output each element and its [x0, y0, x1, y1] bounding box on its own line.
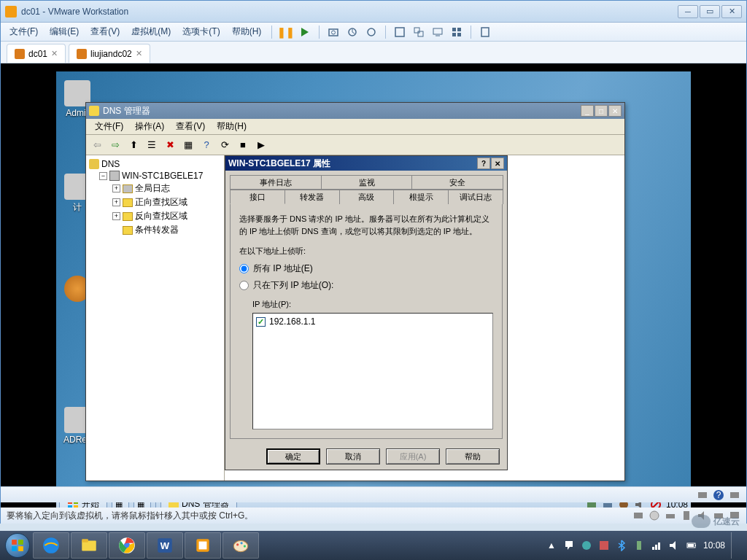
- library-icon[interactable]: [477, 24, 493, 40]
- show-desktop-button[interactable]: [731, 532, 737, 559]
- stop-icon[interactable]: ■: [235, 137, 251, 153]
- radio-all-ip[interactable]: 所有 IP 地址(E): [239, 262, 493, 275]
- close-button[interactable]: ✕: [608, 105, 622, 117]
- apply-button[interactable]: 应用(A): [386, 448, 440, 464]
- help-icon[interactable]: ?: [198, 137, 214, 153]
- menu-view[interactable]: 查看(V): [170, 119, 211, 134]
- tab-interfaces[interactable]: 接口: [230, 190, 285, 204]
- usb-icon[interactable]: [633, 540, 645, 551]
- radio-all-input[interactable]: [239, 264, 249, 273]
- minimize-button[interactable]: _: [581, 105, 594, 117]
- host-start-button[interactable]: [3, 531, 32, 560]
- snapshot-icon[interactable]: [325, 24, 341, 40]
- vm-tab-liujiandc02[interactable]: liujiandc02 ✕: [69, 44, 150, 63]
- device-usb-icon[interactable]: [681, 510, 692, 521]
- menu-help[interactable]: 帮助(H): [226, 23, 268, 41]
- pause-icon[interactable]: ❚❚: [278, 24, 294, 40]
- battery-icon[interactable]: [686, 540, 697, 551]
- device-hdd-icon[interactable]: [632, 510, 644, 521]
- radio-only-ip[interactable]: 只在下列 IP 地址(O):: [239, 279, 493, 292]
- fullscreen-icon[interactable]: [392, 24, 408, 40]
- bluetooth-icon[interactable]: [616, 540, 627, 551]
- forward-icon[interactable]: ⇨: [107, 137, 123, 153]
- volume-icon[interactable]: [668, 540, 680, 551]
- taskbar-paint[interactable]: [222, 532, 259, 559]
- tab-event-log[interactable]: 事件日志: [230, 175, 322, 190]
- play-icon[interactable]: [297, 24, 313, 40]
- close-icon[interactable]: ✕: [136, 49, 142, 58]
- properties-icon[interactable]: ▦: [180, 137, 196, 153]
- menu-file[interactable]: 文件(F): [89, 119, 129, 134]
- tab-security[interactable]: 安全: [411, 175, 503, 190]
- taskbar-explorer[interactable]: [71, 532, 107, 559]
- refresh-icon[interactable]: ⟳: [217, 137, 233, 153]
- help-icon[interactable]: ?: [713, 489, 724, 501]
- console-icon[interactable]: [430, 24, 446, 40]
- taskbar-ie[interactable]: [33, 532, 69, 559]
- device-cd-icon[interactable]: [649, 510, 660, 521]
- play-icon[interactable]: ▶: [253, 137, 269, 153]
- dns-titlebar[interactable]: DNS 管理器 _ □ ✕: [86, 103, 624, 119]
- back-icon[interactable]: ⇦: [89, 137, 105, 153]
- tray-app-icon[interactable]: [581, 540, 592, 551]
- close-button[interactable]: ✕: [491, 158, 504, 169]
- help-button[interactable]: ?: [477, 158, 490, 169]
- unity-icon[interactable]: [411, 24, 427, 40]
- expand-icon[interactable]: +: [112, 212, 120, 220]
- thumbnail-icon[interactable]: [449, 24, 465, 40]
- taskbar-word[interactable]: W: [147, 532, 183, 559]
- device-network-icon[interactable]: [665, 510, 676, 521]
- radio-only-input[interactable]: [239, 281, 249, 290]
- menu-action[interactable]: 操作(A): [129, 119, 170, 134]
- expand-icon[interactable]: +: [112, 198, 120, 206]
- taskbar-chrome[interactable]: [109, 532, 145, 559]
- tab-root-hints[interactable]: 根提示: [393, 190, 449, 204]
- tree-reverse-zone[interactable]: + 反向查找区域: [89, 209, 221, 223]
- menu-view[interactable]: 查看(V): [85, 23, 125, 41]
- action-center-icon[interactable]: [563, 540, 575, 551]
- cancel-button[interactable]: 取消: [326, 448, 380, 464]
- snapshot-revert-icon[interactable]: [344, 24, 360, 40]
- tree-root-dns[interactable]: DNS: [89, 158, 221, 170]
- tree-server[interactable]: − WIN-STC1BGELE17: [89, 170, 221, 182]
- guest-area[interactable]: Admir 计 ADRec DNS 管理器 _ □: [1, 63, 746, 523]
- tree-global-log[interactable]: + 全局日志: [89, 182, 221, 195]
- tab-forwarders[interactable]: 转发器: [285, 190, 340, 204]
- taskbar-vmware[interactable]: [185, 532, 221, 559]
- list-icon[interactable]: ☰: [144, 137, 160, 153]
- tree-forward-zone[interactable]: + 正向查找区域: [89, 195, 221, 209]
- ip-item[interactable]: ✓ 192.168.1.1: [256, 316, 489, 327]
- checkbox-checked-icon[interactable]: ✓: [256, 317, 266, 327]
- collapse-icon[interactable]: −: [99, 172, 107, 180]
- up-icon[interactable]: ⬆: [125, 137, 142, 153]
- svg-rect-39: [18, 546, 23, 551]
- menu-tabs[interactable]: 选项卡(T): [177, 23, 225, 41]
- tab-debug-log[interactable]: 调试日志: [448, 190, 503, 204]
- delete-icon[interactable]: ✖: [162, 137, 178, 153]
- maximize-button[interactable]: □: [595, 105, 608, 117]
- close-button[interactable]: ✕: [721, 5, 742, 18]
- vm-tab-dc01[interactable]: dc01 ✕: [7, 44, 66, 63]
- tray-app-icon[interactable]: [598, 540, 610, 551]
- clock[interactable]: 10:08: [703, 540, 725, 551]
- snapshot-manager-icon[interactable]: [363, 24, 379, 40]
- network-icon[interactable]: [651, 540, 662, 551]
- ok-button[interactable]: 确定: [266, 448, 320, 464]
- props-titlebar[interactable]: WIN-STC1BGELE17 属性 ? ✕: [225, 156, 507, 171]
- tab-advanced[interactable]: 高级: [339, 190, 395, 204]
- device-icon[interactable]: [729, 489, 740, 501]
- tree-conditional-fwd[interactable]: 条件转发器: [89, 223, 221, 237]
- expand-icon[interactable]: +: [112, 184, 120, 192]
- show-hidden-icon[interactable]: ▲: [546, 540, 557, 551]
- menu-help[interactable]: 帮助(H): [211, 119, 252, 134]
- menu-edit[interactable]: 编辑(E): [44, 23, 85, 41]
- help-button[interactable]: 帮助: [446, 448, 500, 464]
- close-icon[interactable]: ✕: [51, 49, 58, 58]
- menu-vm[interactable]: 虚拟机(M): [125, 23, 177, 41]
- maximize-button[interactable]: ▭: [700, 5, 720, 18]
- device-icon[interactable]: [697, 489, 708, 501]
- ip-listbox[interactable]: ✓ 192.168.1.1: [252, 313, 493, 429]
- menu-file[interactable]: 文件(F): [4, 23, 44, 41]
- minimize-button[interactable]: ─: [678, 5, 698, 18]
- tab-monitor[interactable]: 监视: [321, 175, 413, 190]
